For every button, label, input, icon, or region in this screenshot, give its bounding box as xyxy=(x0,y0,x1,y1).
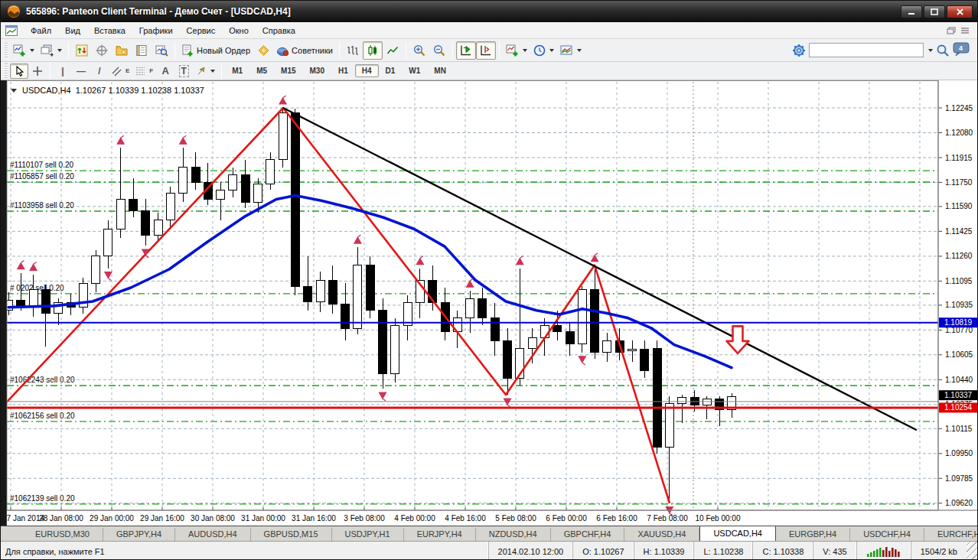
cursor-button[interactable] xyxy=(10,63,28,79)
text-button[interactable]: A xyxy=(156,63,174,79)
app-window: 565896: Panteon Client Terminal - Демо С… xyxy=(0,0,978,560)
channel-button[interactable]: E xyxy=(109,63,132,79)
timeframe-m30[interactable]: M30 xyxy=(303,64,331,77)
autoscroll-button[interactable] xyxy=(456,41,476,60)
chart-left-edge xyxy=(1,80,7,526)
tab-audusd-h4[interactable]: AUDUSD,H4 xyxy=(175,528,251,541)
child-menu-icon[interactable] xyxy=(960,27,970,34)
resize-grip[interactable] xyxy=(967,542,978,560)
tab-eurusd-m30[interactable]: EURUSD,M30 xyxy=(22,528,103,541)
svg-text:1.10819: 1.10819 xyxy=(944,318,973,327)
tab-xauusd-h4[interactable]: XAUUSD,H4 xyxy=(624,528,699,541)
search-input[interactable] xyxy=(809,43,924,57)
periods-button[interactable] xyxy=(530,41,557,60)
timeframe-d1[interactable]: D1 xyxy=(379,64,403,77)
tab-usdcad-h4[interactable]: USDCAD,H4 xyxy=(699,526,776,541)
templates-button[interactable] xyxy=(557,41,585,60)
metaeditor-button[interactable] xyxy=(253,41,273,60)
chart-canvas[interactable]: #1110107 sell 0.20#1105857 sell 0.20#110… xyxy=(1,80,978,526)
trendline-button[interactable]: / xyxy=(90,63,109,79)
svg-text:7 Feb 08:00: 7 Feb 08:00 xyxy=(647,514,688,523)
chart-tab-bar: EURUSD,M30GBPJPY,H4AUDUSD,H4GBPUSD,M15US… xyxy=(1,526,978,541)
chart-shift-button[interactable] xyxy=(476,41,496,60)
cursor-icon xyxy=(15,66,24,77)
drawing-toolbar: | — / E F A T M1M5M15M30H1H4D1W1MN xyxy=(1,62,977,80)
advisors-button[interactable]: Советники xyxy=(273,41,336,60)
menu-item-2[interactable]: Вставка xyxy=(87,24,132,37)
tab-eurchf-h4[interactable]: EURCHF,H4 xyxy=(924,528,978,541)
bars-icon xyxy=(347,44,359,57)
timeframe-h1[interactable]: H1 xyxy=(331,64,355,77)
new-order-button[interactable]: Новый Ордер xyxy=(178,41,253,60)
strategy-tester-button[interactable] xyxy=(152,41,171,60)
close-button[interactable] xyxy=(947,5,973,18)
vertical-line-button[interactable]: | xyxy=(54,63,72,79)
bar-chart-button[interactable] xyxy=(343,41,363,60)
zoom-in-button[interactable] xyxy=(409,41,429,60)
menu-item-0[interactable]: Файл xyxy=(24,24,58,37)
restore-button[interactable] xyxy=(924,5,945,18)
chevron-down-icon xyxy=(57,49,62,52)
svg-text:1.10935: 1.10935 xyxy=(945,301,973,309)
tab-usdchf-h4[interactable]: USDCHF,H4 xyxy=(850,528,924,541)
search-icon[interactable] xyxy=(936,44,950,57)
navigator-button[interactable] xyxy=(112,41,132,60)
menu-item-4[interactable]: Сервис xyxy=(180,24,223,37)
svg-text:#1103958 sell 0.20: #1103958 sell 0.20 xyxy=(10,201,74,210)
tab-eurjpy-h4[interactable]: EURJPY,H4 xyxy=(404,528,476,541)
tab-eurgbp-h4[interactable]: EURGBP,H4 xyxy=(776,528,850,541)
chevron-down-icon xyxy=(30,49,34,52)
channel-icon xyxy=(112,66,123,77)
menu-bar: ФайлВидВставкаГрафикиСервисОкноСправка xyxy=(1,22,977,39)
fibonacci-icon xyxy=(135,66,147,77)
new-chart-button[interactable] xyxy=(10,41,37,60)
svg-text:1.12245: 1.12245 xyxy=(945,104,973,112)
advisors-icon xyxy=(276,44,289,57)
text-label-button[interactable]: T xyxy=(174,63,193,79)
tester-icon xyxy=(155,44,168,57)
menu-item-6[interactable]: Справка xyxy=(256,24,302,37)
timeframe-m15[interactable]: M15 xyxy=(274,64,302,77)
menu-item-3[interactable]: Графики xyxy=(132,24,180,37)
tab-gbpusd-m15[interactable]: GBPUSD,M15 xyxy=(251,528,332,541)
terminal-button[interactable] xyxy=(132,41,152,60)
horizontal-line-button[interactable]: — xyxy=(72,63,90,79)
tab-usdjpy-h1[interactable]: USDJPY,H1 xyxy=(332,528,404,541)
menu-item-1[interactable]: Вид xyxy=(58,24,87,37)
tab-gbpjpy-h4[interactable]: GBPJPY,H4 xyxy=(103,528,175,541)
search-dropdown-icon[interactable] xyxy=(928,49,933,52)
line-chart-button[interactable] xyxy=(383,41,403,60)
fibonacci-button[interactable]: F xyxy=(132,63,156,79)
svg-text:5 Feb 08:00: 5 Feb 08:00 xyxy=(495,514,536,523)
timeframe-h4[interactable]: H4 xyxy=(355,64,379,77)
folder-star-icon xyxy=(116,44,129,57)
child-restore-icon[interactable] xyxy=(947,27,956,34)
zoom-out-icon xyxy=(433,44,445,57)
svg-text:1.11915: 1.11915 xyxy=(945,154,973,162)
svg-text:1.10254: 1.10254 xyxy=(944,403,973,412)
data-window-button[interactable] xyxy=(92,41,112,60)
svg-text:1.10605: 1.10605 xyxy=(945,350,973,359)
arrows-tool-button[interactable] xyxy=(193,63,218,79)
gear-icon[interactable] xyxy=(792,44,806,57)
tab-nzdusd-h4[interactable]: NZDUSD,H4 xyxy=(476,528,551,541)
zoom-out-button[interactable] xyxy=(429,41,449,60)
chart-window-icon xyxy=(5,25,18,36)
candlestick-button[interactable] xyxy=(363,41,383,60)
tab-gbpchf-h4[interactable]: GBPCHF,H4 xyxy=(551,528,625,541)
menu-item-5[interactable]: Окно xyxy=(222,24,256,37)
timeframe-mn[interactable]: MN xyxy=(427,64,453,77)
timeframe-m5[interactable]: M5 xyxy=(249,64,274,77)
notifications-button[interactable]: 4 xyxy=(953,42,970,59)
crosshair-mode-button[interactable] xyxy=(28,63,47,79)
profiles-button[interactable] xyxy=(37,41,65,60)
market-watch-button[interactable] xyxy=(72,41,92,60)
profiles-icon xyxy=(41,44,54,57)
minimize-button[interactable] xyxy=(901,5,922,18)
status-open: O: 1.10267 xyxy=(572,542,633,560)
timeframe-m1[interactable]: M1 xyxy=(225,64,249,77)
timeframe-w1[interactable]: W1 xyxy=(402,64,427,77)
svg-text:28 Jan 08:00: 28 Jan 08:00 xyxy=(39,514,83,523)
indicators-button[interactable] xyxy=(503,41,530,60)
chart-shift-icon xyxy=(479,44,492,57)
